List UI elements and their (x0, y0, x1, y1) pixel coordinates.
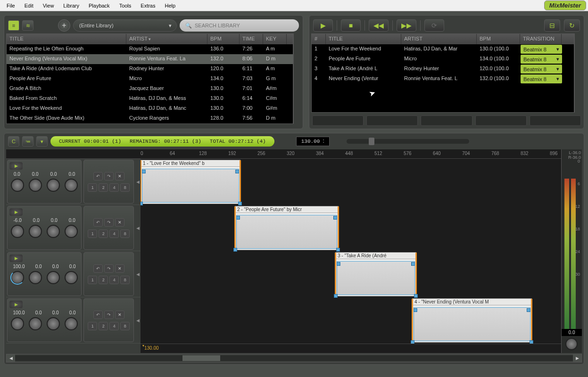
tracks-view-button[interactable]: ≔ (22, 136, 33, 147)
transition-dropdown[interactable]: Beatmix 8 (521, 55, 562, 64)
menu-help[interactable]: Help (160, 1, 181, 10)
play-button[interactable]: ▶ (313, 19, 333, 32)
beat-1-button[interactable]: 1 (88, 229, 97, 238)
beat-4-button[interactable]: 4 (109, 322, 119, 330)
clear-button[interactable]: ✕ (115, 172, 124, 180)
add-button[interactable]: + (58, 19, 70, 32)
library-row[interactable]: The Other Side (Dave Aude Mix)Cyclone Ra… (7, 114, 293, 123)
menu-playback[interactable]: Playback (84, 1, 115, 10)
record-button[interactable]: ⟳ (424, 19, 444, 32)
collapse-icon[interactable]: ◀ (135, 205, 141, 251)
track-knob[interactable] (47, 271, 60, 284)
track-knob[interactable] (29, 225, 42, 238)
undo-button[interactable]: ↶ (93, 264, 103, 273)
library-row[interactable]: People Are FutureMicro134.07:03G m (7, 74, 293, 84)
hotcue-slot[interactable] (530, 115, 581, 126)
library-row[interactable]: Baked From ScratchHatiras, DJ Dan, & Mes… (7, 94, 293, 104)
track-knob[interactable] (11, 271, 24, 284)
track-knob[interactable] (11, 317, 24, 330)
hotcue-slot[interactable] (475, 115, 527, 126)
snap-button[interactable]: C (8, 136, 19, 147)
playlist-row[interactable]: 4Never Ending (VenturRonnie Ventura Feat… (312, 74, 574, 84)
track-knob[interactable] (29, 317, 42, 330)
transition-dropdown[interactable]: Beatmix 8 (521, 65, 562, 74)
library-row[interactable]: Grade A BitchJacquez Bauer130.07:01A#m (7, 84, 293, 94)
track-knob[interactable] (11, 179, 24, 192)
track-solo-button[interactable]: ▶ (9, 162, 23, 170)
menu-file[interactable]: File (2, 1, 20, 10)
audio-clip[interactable]: 4 - "Never Ending (Ventura Vocal M (412, 298, 532, 343)
track-knob[interactable] (47, 225, 60, 238)
library-row[interactable]: Repeating the Lie Often EnoughRoyal Sapi… (7, 44, 293, 54)
undo-button[interactable]: ↶ (93, 218, 103, 227)
menu-tools[interactable]: Tools (115, 1, 136, 10)
col-bpm[interactable]: BPM (207, 34, 240, 44)
track-knob[interactable] (47, 317, 60, 330)
playlist-row[interactable]: 1Love For the WeekendHatiras, DJ Dan, & … (312, 44, 574, 54)
transition-dropdown[interactable]: Beatmix 8 (521, 45, 562, 54)
beat-8-button[interactable]: 8 (120, 229, 130, 238)
next-button[interactable]: ▶▶ (397, 19, 416, 32)
redo-button[interactable]: ↷ (104, 218, 114, 227)
menu-edit[interactable]: Edit (20, 1, 38, 10)
loop-button[interactable]: ↻ (564, 19, 580, 32)
menu-extras[interactable]: Extras (136, 1, 160, 10)
beat-1-button[interactable]: 1 (88, 183, 97, 192)
track-solo-button[interactable]: ▶ (9, 208, 23, 216)
collapse-icon[interactable]: ◀ (135, 251, 141, 297)
undo-button[interactable]: ↶ (93, 311, 103, 319)
col-pl-title[interactable]: TITLE (326, 34, 401, 44)
beat-2-button[interactable]: 2 (99, 322, 108, 330)
redo-button[interactable]: ↷ (104, 172, 114, 180)
library-row[interactable]: Take A Ride (André Lodemann ClubRodney H… (7, 64, 293, 74)
track-knob[interactable] (65, 179, 78, 192)
col-pl-artist[interactable]: ARTIST (401, 34, 477, 44)
track-knob[interactable] (47, 179, 60, 192)
beat-2-button[interactable]: 2 (99, 276, 108, 284)
undo-button[interactable]: ↶ (93, 172, 103, 180)
bpm-marker[interactable]: 130.00 (144, 345, 159, 351)
hotcue-slot[interactable] (421, 115, 472, 126)
col-key[interactable]: KEY (263, 34, 287, 44)
audio-clip[interactable]: 2 - "People Are Future" by Micr (235, 206, 339, 250)
redo-button[interactable]: ↷ (104, 264, 114, 273)
stop-button[interactable]: ■ (341, 19, 361, 32)
beat-4-button[interactable]: 4 (109, 276, 119, 284)
hotcue-slot[interactable] (366, 115, 418, 126)
beat-2-button[interactable]: 2 (99, 229, 108, 238)
beat-4-button[interactable]: 4 (109, 229, 119, 238)
search-input[interactable]: 🔍 (180, 19, 299, 32)
track-knob[interactable] (65, 225, 78, 238)
zoom-slider[interactable] (347, 139, 469, 144)
collapse-icon[interactable]: ◀ (135, 159, 141, 205)
library-row[interactable]: Love For the WeekendHatiras, DJ Dan, & M… (7, 104, 293, 114)
col-pl-bpm[interactable]: BPM (477, 34, 520, 44)
master-bpm-input[interactable]: 130.00 (296, 137, 330, 146)
scroll-right-button[interactable]: ▶ (573, 354, 581, 362)
col-artist[interactable]: ARTIST▾ (126, 34, 207, 44)
beat-8-button[interactable]: 8 (120, 183, 130, 192)
transition-dropdown[interactable]: Beatmix 8 (521, 74, 562, 83)
col-title[interactable]: TITLE (7, 34, 126, 44)
hotcue-slot[interactable] (312, 115, 364, 126)
audio-clip[interactable]: 1 - "Love For the Weekend" b (141, 160, 240, 204)
playlist-row[interactable]: 3Take A Ride (André LRodney Hunter120.0 … (312, 64, 574, 74)
scroll-left-button[interactable]: ◀ (7, 354, 15, 362)
beat-2-button[interactable]: 2 (99, 183, 108, 192)
track-knob[interactable] (11, 225, 24, 238)
timeline-area[interactable]: 0641281922563203844485125766407047688328… (141, 149, 561, 353)
track-knob[interactable] (65, 317, 78, 330)
beat-8-button[interactable]: 8 (120, 322, 130, 330)
collapse-icon[interactable]: ◀ (135, 297, 141, 343)
clear-button[interactable]: ✕ (115, 264, 124, 273)
redo-button[interactable]: ↷ (104, 311, 114, 319)
menu-library[interactable]: Library (58, 1, 84, 10)
library-filter-dropdown[interactable]: (Entire Library) (73, 19, 177, 32)
beat-8-button[interactable]: 8 (120, 276, 130, 284)
master-gain-knob[interactable] (565, 338, 578, 350)
menu-view[interactable]: View (38, 1, 59, 10)
playlist-scrollbar[interactable] (574, 33, 582, 113)
timeline-scrollbar[interactable]: ◀ ▶ (6, 354, 582, 362)
menu-button[interactable]: ▾ (36, 136, 48, 147)
list-view-icon[interactable]: ≡ (8, 20, 19, 31)
